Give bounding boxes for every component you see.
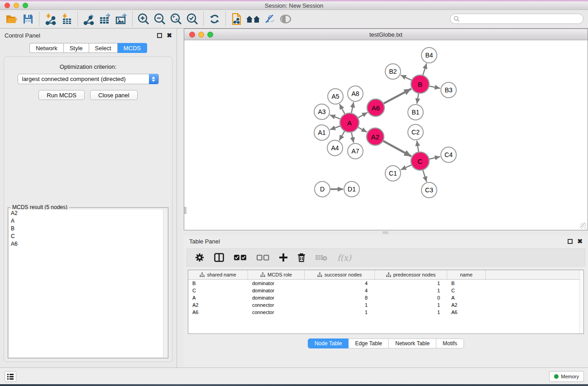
- tab-edge-table[interactable]: Edge Table: [349, 338, 389, 348]
- graph-node-D[interactable]: D: [315, 181, 330, 197]
- table-cell[interactable]: A: [188, 295, 248, 300]
- network-canvas[interactable]: B4B2BB3A5A8A6A3B1AC2A1A2A4A7C4CC1C3DD1: [184, 40, 588, 230]
- save-session-button[interactable]: [20, 11, 36, 27]
- table-cell[interactable]: B: [447, 281, 486, 286]
- graph-edge-A-A3[interactable]: [330, 115, 340, 119]
- graph-node-B2[interactable]: B2: [385, 64, 401, 79]
- table-row[interactable]: Cdominator41C: [188, 287, 583, 294]
- hide-fx-button[interactable]: f: [261, 11, 277, 27]
- graph-node-B3[interactable]: B3: [441, 82, 456, 98]
- table-cell[interactable]: 1: [375, 310, 447, 315]
- graph-edge-A-A5[interactable]: [339, 104, 345, 114]
- network-minimize-button[interactable]: [198, 32, 204, 38]
- table-cell[interactable]: A2: [447, 302, 486, 308]
- graph-edge-A-A6[interactable]: [358, 112, 368, 118]
- graph-edge-A-A1[interactable]: [330, 126, 340, 129]
- graph-edge-C-C2[interactable]: [417, 141, 419, 152]
- graph-node-C1[interactable]: C1: [385, 166, 401, 181]
- network-window-titlebar[interactable]: testGlobe.txt: [184, 29, 588, 40]
- table-row[interactable]: A2connector11A2: [188, 301, 583, 309]
- table-body[interactable]: Bdominator41BCdominator41CAdominator80AA…: [188, 280, 583, 316]
- table-cell[interactable]: 1: [375, 281, 447, 286]
- table-settings-button[interactable]: [195, 253, 204, 262]
- graph-edge-B-B2[interactable]: [401, 75, 411, 80]
- graph-edge-A-A8[interactable]: [351, 102, 354, 113]
- float-table-panel-icon[interactable]: [568, 239, 573, 244]
- search-box[interactable]: [450, 14, 583, 24]
- splitter-handle[interactable]: [382, 231, 388, 234]
- delete-column-button[interactable]: [297, 253, 306, 262]
- graph-edge-C-C4[interactable]: [429, 157, 440, 159]
- import-network-button[interactable]: [42, 11, 58, 27]
- table-row[interactable]: Adominator80A: [188, 294, 583, 301]
- window-resize-grip[interactable]: [580, 223, 587, 229]
- mcds-result-list[interactable]: A2ABCA6: [9, 210, 167, 357]
- graph-node-C3[interactable]: C3: [421, 182, 437, 198]
- column-header-shared-name[interactable]: shared name: [188, 270, 248, 279]
- result-item-B[interactable]: B: [9, 225, 167, 233]
- network-close-button[interactable]: [189, 32, 195, 38]
- graph-node-A8[interactable]: A8: [348, 86, 363, 101]
- result-item-C[interactable]: C: [9, 233, 167, 240]
- table-cell[interactable]: 8: [305, 295, 375, 300]
- graph-node-B[interactable]: B: [411, 75, 429, 93]
- table-cell[interactable]: dominator: [248, 295, 305, 300]
- graph-node-A5[interactable]: A5: [328, 89, 343, 104]
- table-cell[interactable]: A6: [188, 310, 248, 315]
- table-cell[interactable]: C: [188, 288, 248, 293]
- table-cell[interactable]: 1: [375, 288, 447, 293]
- tab-style[interactable]: Style: [64, 43, 89, 53]
- delete-table-button[interactable]: [316, 254, 327, 261]
- new-session-from-network-button[interactable]: [229, 11, 245, 27]
- column-header-MCDS-role[interactable]: MCDS role: [248, 270, 305, 279]
- select-all-columns-button[interactable]: [234, 254, 247, 261]
- table-cell[interactable]: connector: [248, 310, 305, 315]
- table-cell[interactable]: dominator: [248, 281, 305, 286]
- table-cell[interactable]: C: [447, 288, 486, 293]
- graph-edge-A6-B[interactable]: [384, 89, 411, 103]
- search-input[interactable]: [461, 16, 574, 22]
- table-cell[interactable]: 4: [305, 281, 375, 286]
- zoom-in-button[interactable]: [135, 11, 152, 27]
- graph-edge-B-B4[interactable]: [423, 63, 426, 75]
- graph-node-D1[interactable]: D1: [344, 181, 359, 197]
- function-builder-button[interactable]: f(x): [337, 253, 351, 262]
- zoom-window-button[interactable]: [23, 3, 28, 8]
- table-cell[interactable]: A: [447, 295, 486, 300]
- table-row[interactable]: A6connector11A6: [188, 309, 583, 316]
- table-cell[interactable]: 0: [375, 295, 447, 300]
- network-graph[interactable]: B4B2BB3A5A8A6A3B1AC2A1A2A4A7C4CC1C3DD1: [184, 40, 588, 230]
- table-scrollbar[interactable]: [579, 270, 583, 334]
- column-header-name[interactable]: name: [447, 270, 486, 279]
- graph-edge-C-C1[interactable]: [401, 165, 411, 170]
- graph-node-C[interactable]: C: [411, 152, 429, 170]
- table-cell[interactable]: 1: [375, 302, 447, 308]
- refresh-button[interactable]: [206, 11, 223, 27]
- deselect-all-columns-button[interactable]: [257, 254, 269, 261]
- graph-node-B1[interactable]: B1: [408, 105, 423, 120]
- open-file-button[interactable]: [4, 11, 20, 27]
- graph-edge-B-B3[interactable]: [430, 86, 440, 88]
- graph-edge-A-A2[interactable]: [358, 128, 367, 132]
- table-cell[interactable]: 4: [305, 288, 375, 293]
- graph-node-C2[interactable]: C2: [408, 124, 423, 140]
- table-cell[interactable]: 1: [305, 310, 375, 315]
- import-table-button[interactable]: [58, 11, 75, 27]
- table-cell[interactable]: dominator: [248, 288, 305, 293]
- show-graphics-button[interactable]: [277, 11, 294, 27]
- graph-node-A1[interactable]: A1: [314, 125, 330, 140]
- tab-network[interactable]: Network: [29, 43, 64, 53]
- app-titlebar[interactable]: Session: New Session: [0, 1, 588, 10]
- home-network-button[interactable]: [245, 11, 261, 27]
- table-row[interactable]: Bdominator41B: [188, 280, 583, 287]
- tab-select[interactable]: Select: [89, 43, 118, 53]
- close-window-button[interactable]: [5, 3, 10, 8]
- graph-edge-C-C3[interactable]: [423, 170, 426, 182]
- table-cell[interactable]: B: [188, 281, 248, 286]
- graph-node-A6[interactable]: A6: [367, 99, 384, 116]
- graph-node-A3[interactable]: A3: [314, 104, 330, 119]
- table-cell[interactable]: A6: [447, 310, 486, 315]
- export-image-button[interactable]: [113, 11, 129, 27]
- split-columns-button[interactable]: [214, 253, 224, 262]
- column-header-successor-nodes[interactable]: successor nodes: [305, 270, 375, 279]
